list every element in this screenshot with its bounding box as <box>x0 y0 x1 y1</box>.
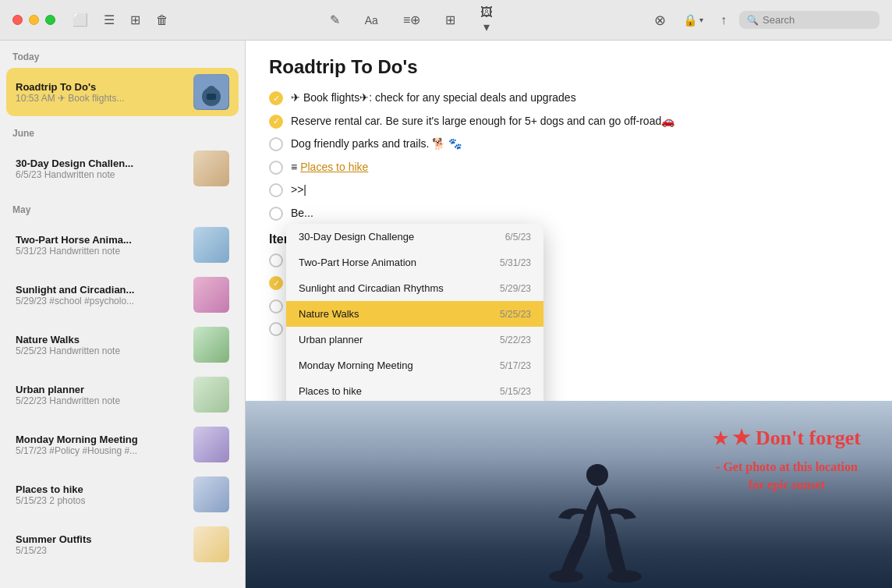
todo-checkbox-2[interactable]: ✓ <box>269 115 283 129</box>
note-thumb <box>193 327 229 363</box>
minimize-button[interactable] <box>29 15 39 25</box>
note-title: Places to hike <box>16 484 186 495</box>
todo-item-6: Be... <box>269 206 869 221</box>
dropdown-item[interactable]: Two-Part Horse Animation5/31/23 <box>286 250 543 275</box>
lock-button[interactable]: 🔒 ▾ <box>678 10 708 30</box>
handwritten-line1: ★ ★ Don't forget <box>713 424 861 452</box>
lock-icon: 🔒 <box>683 13 698 27</box>
todo-checkbox-4[interactable] <box>269 161 283 175</box>
dropdown-item[interactable]: Places to hike5/15/23 <box>286 378 543 401</box>
note-title: Urban planner <box>16 384 186 395</box>
traffic-lights <box>12 15 55 25</box>
format-list-button[interactable]: ≡⊕ <box>398 9 425 30</box>
note-info: Nature Walks 5/25/23 Handwritten note <box>16 334 186 356</box>
maximize-button[interactable] <box>45 15 55 25</box>
note-item-urban[interactable]: Urban planner 5/22/23 Handwritten note <box>6 370 239 419</box>
todo-text-5[interactable]: >>| <box>291 182 869 198</box>
note-item-monday[interactable]: Monday Morning Meeting 5/17/23 #Policy #… <box>6 420 239 469</box>
items-checkbox-4[interactable] <box>269 322 283 336</box>
note-meta: 10:53 AM ✈ Book flights... <box>16 93 186 104</box>
note-image-area: ★ ★ Don't forget - Get photo at this loc… <box>246 401 892 588</box>
note-title: Monday Morning Meeting <box>16 434 186 445</box>
collaboration-button[interactable]: ⊗ <box>650 9 671 32</box>
note-item-summer[interactable]: Summer Outfits 5/15/23 <box>6 520 239 569</box>
autocomplete-dropdown: 30-Day Design Challenge6/5/23Two-Part Ho… <box>286 224 543 401</box>
dropdown-item[interactable]: Sunlight and Circadian Rhythms5/29/23 <box>286 275 543 301</box>
dropdown-item[interactable]: 30-Day Design Challenge6/5/23 <box>286 224 543 250</box>
close-button[interactable] <box>12 15 23 25</box>
note-content: Roadtrip To Do's ✓ ✈ Book flights✈: chec… <box>246 41 892 588</box>
list-view-button[interactable]: ☰ <box>99 9 119 30</box>
note-thumb <box>193 74 229 110</box>
search-box[interactable]: 🔍 <box>739 11 880 29</box>
note-item-nature[interactable]: Nature Walks 5/25/23 Handwritten note <box>6 321 239 369</box>
note-title: Roadtrip To Do's <box>16 81 186 93</box>
grid-view-button[interactable]: ⊞ <box>126 9 145 30</box>
dropdown-item-date: 5/31/23 <box>500 257 531 268</box>
sidebar-toggle-button[interactable]: ⬜ <box>68 9 93 30</box>
todo-text-2: Reserve rental car. Be sure it's large e… <box>291 114 869 129</box>
todo-item-1: ✓ ✈ Book flights✈: check for any special… <box>269 90 869 106</box>
dropdown-item[interactable]: Urban planner5/22/23 <box>286 327 543 352</box>
media-button[interactable]: 🖼 ▾ <box>476 2 497 37</box>
note-meta: 5/31/23 Handwritten note <box>16 246 186 257</box>
todo-item-2: ✓ Reserve rental car. Be sure it's large… <box>269 114 869 129</box>
note-info: Summer Outfits 5/15/23 <box>16 533 186 556</box>
dropdown-item-name: Urban planner <box>299 334 363 345</box>
section-label-june: June <box>0 117 245 143</box>
search-input[interactable] <box>763 14 872 26</box>
main-area: Today Roadtrip To Do's 10:53 AM ✈ Book f… <box>0 41 892 588</box>
todo-checkbox-5[interactable] <box>269 183 283 197</box>
dropdown-item[interactable]: Monday Morning Meeting5/17/23 <box>286 352 543 378</box>
todo-checkbox-3[interactable] <box>269 137 283 151</box>
items-checkbox-1[interactable] <box>269 253 283 267</box>
note-meta: 5/22/23 Handwritten note <box>16 395 186 406</box>
note-item-sunlight[interactable]: Sunlight and Circadian... 5/29/23 #schoo… <box>6 271 239 319</box>
note-meta: 5/29/23 #school #psycholo... <box>16 296 186 306</box>
note-info: 30-Day Design Challen... 6/5/23 Handwrit… <box>16 158 186 180</box>
star-icon: ★ <box>713 429 728 448</box>
svg-point-5 <box>549 570 583 583</box>
todo-checkbox-6[interactable] <box>269 207 283 221</box>
share-button[interactable]: ↑ <box>716 10 731 30</box>
note-meta: 5/17/23 #Policy #Housing #... <box>16 445 186 456</box>
todo-checkbox-1[interactable]: ✓ <box>269 91 283 105</box>
svg-point-6 <box>607 570 642 583</box>
dropdown-item[interactable]: Nature Walks5/25/23 <box>286 301 543 327</box>
note-item-design[interactable]: 30-Day Design Challen... 6/5/23 Handwrit… <box>6 144 239 193</box>
dropdown-item-date: 5/29/23 <box>500 283 531 294</box>
note-title: 30-Day Design Challen... <box>16 158 186 169</box>
dropdown-item-date: 5/25/23 <box>500 309 531 320</box>
note-info: Monday Morning Meeting 5/17/23 #Policy #… <box>16 434 186 456</box>
dropdown-item-date: 6/5/23 <box>505 232 531 243</box>
note-item-roadtrip[interactable]: Roadtrip To Do's 10:53 AM ✈ Book flights… <box>6 68 239 116</box>
dropdown-item-date: 5/15/23 <box>500 386 531 397</box>
note-title: Summer Outfits <box>16 533 186 545</box>
note-item-horse[interactable]: Two-Part Horse Anima... 5/31/23 Handwrit… <box>6 221 239 269</box>
note-info: Urban planner 5/22/23 Handwritten note <box>16 384 186 406</box>
delete-button[interactable]: 🗑 <box>151 10 173 30</box>
note-toolbar-center: ✎ Aa ≡⊕ ⊞ 🖼 ▾ <box>325 2 497 37</box>
titlebar-right: ⊗ 🔒 ▾ ↑ 🔍 <box>650 9 880 32</box>
handwritten-line3: for epic sunset <box>713 476 861 494</box>
note-info: Two-Part Horse Anima... 5/31/23 Handwrit… <box>16 234 186 257</box>
items-checkbox-2[interactable]: ✓ <box>269 276 283 290</box>
note-thumb <box>193 377 229 413</box>
section-label-today: Today <box>0 41 245 67</box>
table-button[interactable]: ⊞ <box>441 9 460 30</box>
note-title: Two-Part Horse Anima... <box>16 234 186 246</box>
note-thumb <box>193 476 229 512</box>
places-link[interactable]: Places to hike <box>300 161 368 173</box>
compose-button[interactable]: ✎ <box>325 9 345 30</box>
todo-item-5: >>| <box>269 182 869 198</box>
font-button[interactable]: Aa <box>360 11 383 30</box>
note-meta: 5/15/23 2 photos <box>16 495 186 506</box>
sidebar: Today Roadtrip To Do's 10:53 AM ✈ Book f… <box>0 41 246 588</box>
dropdown-item-date: 5/17/23 <box>500 360 531 371</box>
note-item-places[interactable]: Places to hike 5/15/23 2 photos <box>6 470 239 519</box>
section-label-may: May <box>0 193 245 220</box>
svg-rect-3 <box>207 94 216 100</box>
items-checkbox-3[interactable] <box>269 299 283 313</box>
note-meta: 5/15/23 <box>16 545 186 556</box>
note-thumb <box>193 526 229 562</box>
